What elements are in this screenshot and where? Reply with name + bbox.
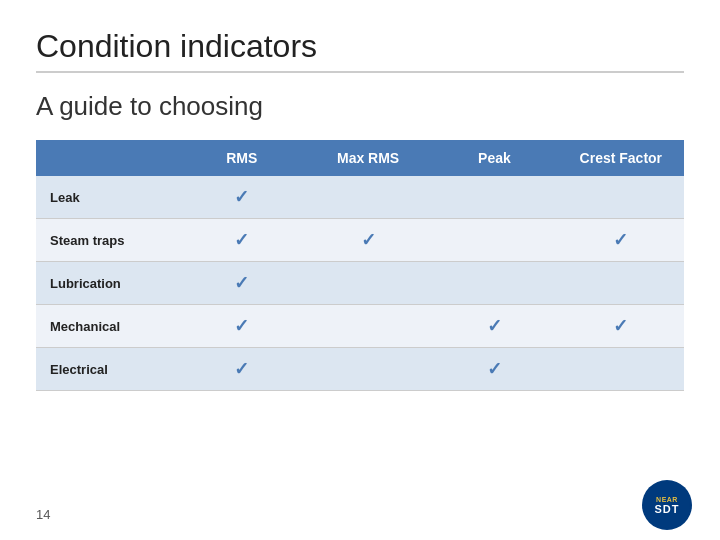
check-icon: ✓: [234, 316, 249, 336]
row-label: Electrical: [36, 348, 179, 391]
check-icon: ✓: [234, 230, 249, 250]
check-icon: ✓: [487, 316, 502, 336]
col-header-crest: Crest Factor: [558, 140, 684, 176]
row-max_rms: ✓: [305, 219, 431, 262]
table-body: Leak✓Steam traps✓✓✓Lubrication✓Mechanica…: [36, 176, 684, 391]
row-crest_factor: [558, 262, 684, 305]
table-wrapper: RMS Max RMS Peak Crest Factor Leak✓Steam…: [36, 140, 684, 391]
logo-badge: NEAR SDT: [642, 480, 692, 530]
table-row: Leak✓: [36, 176, 684, 219]
row-crest_factor: ✓: [558, 305, 684, 348]
page-title: Condition indicators: [36, 28, 684, 65]
check-icon: ✓: [613, 230, 628, 250]
row-rms: ✓: [179, 176, 305, 219]
row-crest_factor: ✓: [558, 219, 684, 262]
row-max_rms: [305, 262, 431, 305]
table-header-row: RMS Max RMS Peak Crest Factor: [36, 140, 684, 176]
row-max_rms: [305, 305, 431, 348]
row-peak: [431, 219, 557, 262]
condition-table: RMS Max RMS Peak Crest Factor Leak✓Steam…: [36, 140, 684, 391]
row-rms: ✓: [179, 262, 305, 305]
logo-inner: NEAR SDT: [644, 482, 690, 528]
check-icon: ✓: [234, 273, 249, 293]
col-header-maxrms: Max RMS: [305, 140, 431, 176]
page-number: 14: [36, 507, 50, 522]
row-max_rms: [305, 348, 431, 391]
row-label: Steam traps: [36, 219, 179, 262]
row-rms: ✓: [179, 219, 305, 262]
title-divider: [36, 71, 684, 73]
page-container: Condition indicators A guide to choosing…: [0, 0, 720, 540]
logo-arc-text: NEAR: [656, 496, 678, 503]
check-icon: ✓: [613, 316, 628, 336]
check-icon: ✓: [487, 359, 502, 379]
table-row: Mechanical✓✓✓: [36, 305, 684, 348]
table-row: Lubrication✓: [36, 262, 684, 305]
row-crest_factor: [558, 348, 684, 391]
row-label: Mechanical: [36, 305, 179, 348]
row-rms: ✓: [179, 305, 305, 348]
subtitle: A guide to choosing: [36, 91, 684, 122]
row-peak: ✓: [431, 348, 557, 391]
row-peak: ✓: [431, 305, 557, 348]
table-row: Electrical✓✓: [36, 348, 684, 391]
row-peak: [431, 176, 557, 219]
col-header-peak: Peak: [431, 140, 557, 176]
table-row: Steam traps✓✓✓: [36, 219, 684, 262]
col-header-label: [36, 140, 179, 176]
row-crest_factor: [558, 176, 684, 219]
row-label: Leak: [36, 176, 179, 219]
check-icon: ✓: [234, 187, 249, 207]
row-rms: ✓: [179, 348, 305, 391]
logo-sdt-text: SDT: [655, 503, 680, 515]
row-label: Lubrication: [36, 262, 179, 305]
row-max_rms: [305, 176, 431, 219]
check-icon: ✓: [361, 230, 376, 250]
check-icon: ✓: [234, 359, 249, 379]
col-header-rms: RMS: [179, 140, 305, 176]
row-peak: [431, 262, 557, 305]
